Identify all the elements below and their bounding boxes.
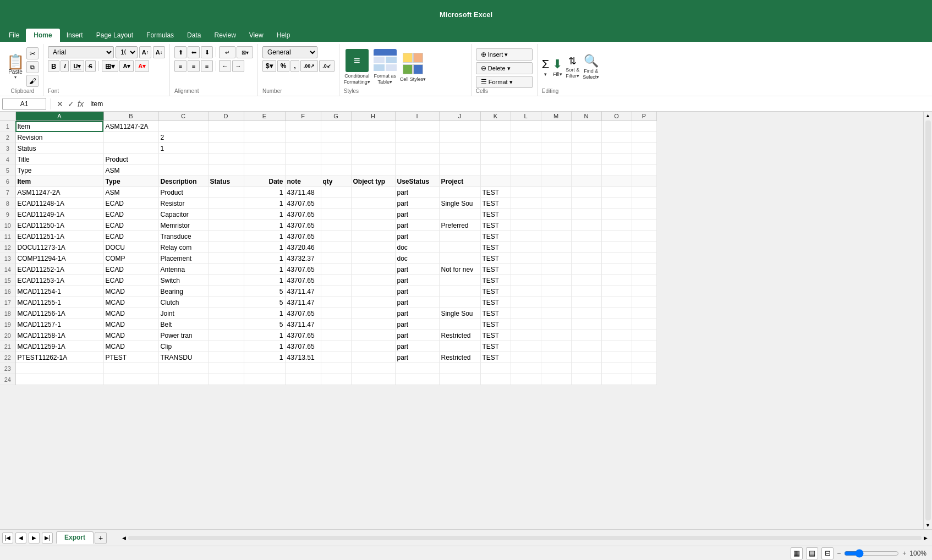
cell[interactable] [541,154,571,165]
cell[interactable] [511,176,541,187]
scroll-track[interactable] [925,120,931,520]
cell[interactable] [571,143,601,154]
cell[interactable] [632,231,656,242]
cell[interactable] [439,363,480,374]
cell[interactable]: ECAD [103,231,158,242]
cell[interactable]: TEST [480,275,511,286]
cell[interactable] [571,231,601,242]
cell[interactable]: part [395,231,439,242]
cell[interactable]: MCAD [103,330,158,341]
cell[interactable] [541,231,571,242]
cell[interactable] [511,330,541,341]
cell[interactable] [321,121,351,132]
cell[interactable]: Joint [158,308,208,319]
zoom-slider[interactable] [844,549,899,558]
cell[interactable]: 5 [244,319,285,330]
cell[interactable] [571,198,601,209]
cell[interactable]: 1 [244,308,285,319]
cell[interactable] [285,143,321,154]
cell[interactable] [208,187,244,198]
scroll-up-arrow[interactable]: ▲ [924,112,931,119]
cell[interactable] [601,297,632,308]
currency-button[interactable]: $▾ [262,60,276,72]
col-header-I[interactable]: I [395,112,439,121]
cell[interactable]: TEST [480,308,511,319]
bold-button[interactable]: B [48,60,59,72]
cell[interactable] [439,253,480,264]
cell[interactable] [511,154,541,165]
confirm-formula-button[interactable]: ✓ [67,98,75,109]
cell[interactable] [208,253,244,264]
cell[interactable] [439,341,480,352]
cell[interactable]: 1 [244,209,285,220]
cell[interactable] [541,275,571,286]
cell[interactable]: Not for nev [439,264,480,275]
cell[interactable]: 1 [244,264,285,275]
cell[interactable] [244,374,285,385]
cell[interactable] [321,198,351,209]
cell[interactable] [208,330,244,341]
insert-button[interactable]: ⊕ Insert ▾ [476,48,533,61]
cell[interactable] [395,165,439,176]
cell[interactable] [541,297,571,308]
shrink-font-button[interactable]: A↓ [153,46,165,58]
tab-formulas[interactable]: Formulas [140,29,180,42]
cell[interactable]: ECAD [103,209,158,220]
cancel-formula-button[interactable]: ✕ [56,98,64,109]
cell[interactable]: MCAD [103,286,158,297]
cell[interactable] [351,165,395,176]
cell[interactable] [351,209,395,220]
cell[interactable]: Title [15,154,103,165]
paste-button[interactable]: 📋 Paste ▾ [7,54,24,80]
cell[interactable] [285,363,321,374]
page-break-view-button[interactable]: ⊟ [821,547,834,559]
cell[interactable] [571,242,601,253]
cell[interactable] [511,242,541,253]
cell[interactable]: TEST [480,352,511,363]
col-header-G[interactable]: G [321,112,351,121]
cell[interactable] [208,198,244,209]
cell[interactable] [632,352,656,363]
horizontal-scroll-track[interactable] [128,536,922,540]
cell[interactable] [321,330,351,341]
cell[interactable]: 1 [244,231,285,242]
page-layout-view-button[interactable]: ▤ [806,547,818,559]
cell[interactable] [511,209,541,220]
scroll-right-arrow[interactable]: ▶ [924,535,928,541]
cell[interactable]: 43713.51 [285,352,321,363]
cell[interactable]: Date [244,176,285,187]
cell[interactable] [541,308,571,319]
cell[interactable] [321,132,351,143]
underline-button[interactable]: U▾ [70,60,84,72]
cell[interactable] [158,121,208,132]
cell[interactable] [511,319,541,330]
cell[interactable] [601,165,632,176]
cell[interactable] [321,165,351,176]
cell[interactable] [439,121,480,132]
cell[interactable] [208,363,244,374]
cell[interactable]: MCAD11258-1A [15,330,103,341]
cell[interactable] [541,143,571,154]
cell[interactable]: Resistor [158,198,208,209]
zoom-minus-button[interactable]: − [837,550,841,557]
cell[interactable] [15,363,103,374]
cell[interactable] [601,209,632,220]
cell[interactable]: 43707.65 [285,308,321,319]
cell[interactable]: Memristor [158,220,208,231]
cell[interactable]: Capacitor [158,209,208,220]
cell[interactable]: 43720.46 [285,242,321,253]
cell[interactable] [244,132,285,143]
cell[interactable] [208,286,244,297]
cell[interactable] [321,187,351,198]
cell[interactable]: Description [158,176,208,187]
cell[interactable]: Clip [158,341,208,352]
font-name-select[interactable]: Arial [48,46,114,58]
col-header-N[interactable]: N [571,112,601,121]
cell[interactable] [208,319,244,330]
sheet-nav-first[interactable]: |◀ [2,532,13,543]
cell[interactable] [351,275,395,286]
cell[interactable]: 1 [244,253,285,264]
cell[interactable] [601,363,632,374]
cell[interactable] [395,132,439,143]
cell[interactable] [158,154,208,165]
